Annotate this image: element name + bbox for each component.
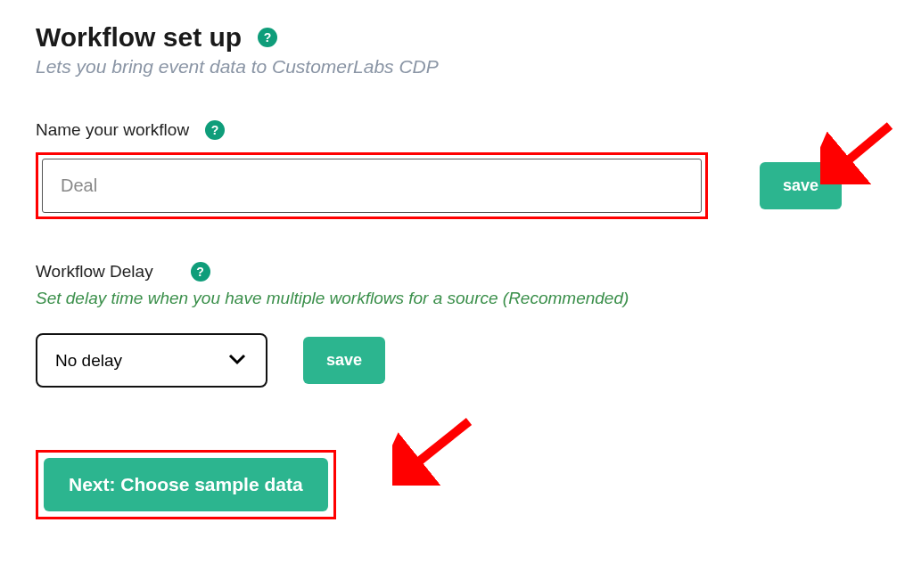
help-icon[interactable]: ? bbox=[191, 262, 210, 282]
delay-select[interactable]: No delay bbox=[36, 333, 267, 388]
workflow-delay-description: Set delay time when you have multiple wo… bbox=[36, 289, 877, 308]
help-icon[interactable]: ? bbox=[205, 120, 225, 140]
page-title: Workflow set up bbox=[36, 22, 242, 53]
page-subtitle: Lets you bring event data to CustomerLab… bbox=[36, 56, 877, 78]
arrow-icon bbox=[392, 416, 481, 486]
save-delay-button[interactable]: save bbox=[303, 337, 385, 384]
name-workflow-label: Name your workflow bbox=[36, 120, 189, 140]
workflow-name-input[interactable] bbox=[42, 159, 702, 213]
next-button-row: Next: Choose sample data bbox=[36, 450, 336, 519]
page-title-row: Workflow set up ? bbox=[36, 22, 277, 53]
delay-select-wrap: No delay bbox=[36, 333, 267, 388]
help-icon[interactable]: ? bbox=[258, 28, 277, 47]
highlight-box bbox=[36, 152, 708, 219]
highlight-box: Next: Choose sample data bbox=[36, 450, 336, 519]
name-workflow-row: save bbox=[36, 152, 877, 219]
svg-line-1 bbox=[836, 126, 890, 170]
workflow-delay-label-row: Workflow Delay ? bbox=[36, 262, 210, 282]
svg-line-3 bbox=[407, 421, 469, 471]
name-workflow-section: Name your workflow ? save bbox=[36, 120, 877, 219]
workflow-delay-row: No delay save bbox=[36, 333, 877, 388]
workflow-delay-label: Workflow Delay bbox=[36, 262, 153, 282]
next-button[interactable]: Next: Choose sample data bbox=[44, 458, 328, 511]
arrow-icon bbox=[820, 120, 901, 184]
name-workflow-label-row: Name your workflow ? bbox=[36, 120, 225, 140]
workflow-delay-section: Workflow Delay ? Set delay time when you… bbox=[36, 262, 877, 388]
